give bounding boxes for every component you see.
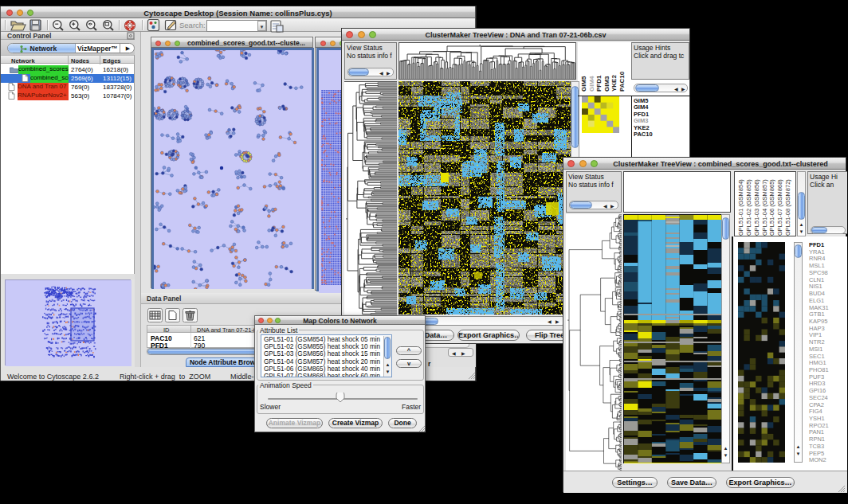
svg-text:PFD1: PFD1 [595,75,603,92]
svg-text:GPL51-01 (GSM854): GPL51-01 (GSM854) [737,179,744,236]
svg-text:YKE2: YKE2 [610,75,618,92]
svg-text:Search:: Search: [179,21,206,29]
svg-text:GIM4: GIM4 [588,76,595,92]
svg-text:GIM3: GIM3 [603,76,610,92]
svg-text:GPL51-08 (GSM872): GPL51-08 (GSM872) [784,179,791,236]
svg-text:GIM5: GIM5 [580,76,587,92]
svg-text:GPL51-02 (GSM855): GPL51-02 (GSM855) [745,179,752,236]
svg-text:GPL51-03 (GSM856): GPL51-03 (GSM856) [753,179,760,236]
svg-text:GPL51-06 (GSM865): GPL51-06 (GSM865) [768,179,775,236]
svg-text:GPL51-04 (GSM857): GPL51-04 (GSM857) [761,179,768,236]
svg-text:GPL51-07 (GSM868): GPL51-07 (GSM868) [776,179,783,236]
svg-text:PAC10: PAC10 [618,71,626,92]
